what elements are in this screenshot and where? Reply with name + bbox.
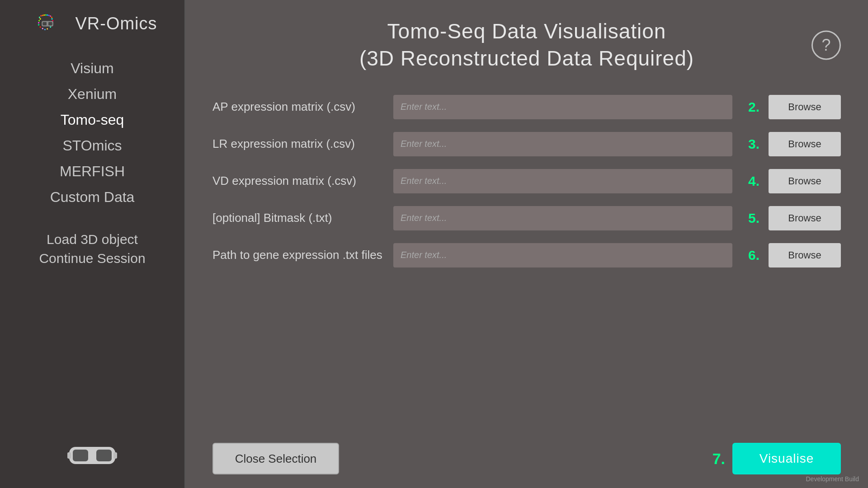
sidebar: VR-Omics Visium Xenium Tomo-seq STOmics … (0, 0, 185, 488)
gene-expression-browse-button[interactable]: Browse (769, 243, 841, 267)
lr-matrix-input[interactable] (393, 132, 732, 156)
logo-area: VR-Omics (18, 9, 166, 38)
vr-headset-icon-area (67, 443, 117, 470)
form-row-ap-matrix: AP expression matrix (.csv) 2. Browse (212, 95, 841, 119)
load-3d-button[interactable]: Load 3D object (47, 232, 138, 247)
svg-rect-12 (39, 20, 40, 22)
svg-rect-5 (48, 15, 50, 16)
ap-matrix-step: 2. (741, 99, 760, 115)
svg-rect-23 (43, 22, 47, 26)
sidebar-item-custom-data[interactable]: Custom Data (0, 185, 184, 209)
svg-rect-31 (113, 452, 117, 459)
svg-rect-9 (40, 18, 41, 19)
visualise-step-number: 7. (712, 450, 725, 468)
svg-rect-28 (73, 450, 88, 461)
bitmask-input[interactable] (393, 206, 732, 230)
close-selection-button[interactable]: Close Selection (212, 443, 339, 474)
svg-rect-19 (42, 28, 43, 29)
form-area: AP expression matrix (.csv) 2. Browse LR… (212, 95, 841, 425)
svg-rect-4 (47, 14, 48, 16)
app-title: VR-Omics (75, 14, 157, 33)
continue-session-button[interactable]: Continue Session (39, 251, 145, 266)
form-row-gene-expression: Path to gene expression .txt files 6. Br… (212, 243, 841, 267)
dev-build-label: Development Build (806, 475, 859, 483)
sidebar-item-visium[interactable]: Visium (0, 56, 184, 80)
svg-rect-2 (44, 14, 45, 16)
svg-rect-14 (38, 24, 40, 26)
form-row-vd-matrix: VD expression matrix (.csv) 4. Browse (212, 169, 841, 193)
visualise-button[interactable]: Visualise (732, 443, 841, 474)
lr-matrix-step: 3. (741, 136, 760, 152)
gene-expression-step: 6. (741, 248, 760, 263)
svg-rect-17 (40, 26, 41, 28)
bitmask-step: 5. (741, 211, 760, 226)
bitmask-browse-button[interactable]: Browse (769, 206, 841, 230)
sidebar-item-merfish[interactable]: MERFISH (0, 160, 184, 183)
form-row-lr-matrix: LR expression matrix (.csv) 3. Browse (212, 132, 841, 156)
ap-matrix-browse-button[interactable]: Browse (769, 95, 841, 119)
page-header: Tomo-Seq Data Visualisation (3D Reconstr… (212, 18, 841, 72)
page-title: Tomo-Seq Data Visualisation (3D Reconstr… (212, 18, 841, 72)
svg-rect-20 (47, 28, 48, 30)
lr-matrix-label: LR expression matrix (.csv) (212, 136, 384, 152)
vd-matrix-label: VD expression matrix (.csv) (212, 174, 384, 189)
load-session-area: Load 3D object Continue Session (39, 232, 145, 266)
svg-rect-18 (50, 26, 52, 28)
lr-matrix-browse-button[interactable]: Browse (769, 132, 841, 156)
svg-rect-25 (42, 23, 42, 24)
svg-rect-29 (96, 450, 112, 461)
bitmask-label: [optional] Bitmask (.txt) (212, 211, 384, 226)
gene-expression-label: Path to gene expression .txt files (212, 248, 384, 263)
form-row-bitmask: [optional] Bitmask (.txt) 5. Browse (212, 206, 841, 230)
ap-matrix-label: AP expression matrix (.csv) (212, 99, 384, 115)
nav-menu: Visium Xenium Tomo-seq STOmics MERFISH C… (0, 56, 184, 209)
main-content: Tomo-Seq Data Visualisation (3D Reconstr… (185, 0, 868, 488)
svg-rect-1 (42, 15, 43, 16)
sidebar-item-stomics[interactable]: STOmics (0, 134, 184, 158)
svg-rect-21 (45, 29, 46, 30)
svg-rect-7 (51, 17, 52, 18)
svg-rect-6 (50, 15, 52, 17)
app-logo (27, 14, 68, 34)
help-button[interactable]: ? (811, 30, 841, 60)
vr-headset-icon (67, 443, 117, 468)
sidebar-item-xenium[interactable]: Xenium (0, 82, 184, 106)
bottom-bar: Close Selection 7. Visualise (212, 443, 841, 474)
svg-rect-8 (39, 17, 40, 18)
visualise-area: 7. Visualise (712, 443, 841, 474)
vd-matrix-input[interactable] (393, 169, 732, 193)
svg-rect-30 (67, 452, 71, 459)
sidebar-item-tomo-seq[interactable]: Tomo-seq (0, 108, 184, 132)
svg-rect-24 (49, 22, 52, 26)
svg-rect-13 (38, 22, 40, 23)
svg-rect-26 (53, 23, 54, 24)
svg-rect-3 (45, 14, 47, 16)
ap-matrix-input[interactable] (393, 95, 732, 119)
svg-rect-10 (52, 18, 53, 19)
gene-expression-input[interactable] (393, 243, 732, 267)
svg-rect-0 (41, 15, 42, 16)
vd-matrix-browse-button[interactable]: Browse (769, 169, 841, 193)
vd-matrix-step: 4. (741, 174, 760, 189)
